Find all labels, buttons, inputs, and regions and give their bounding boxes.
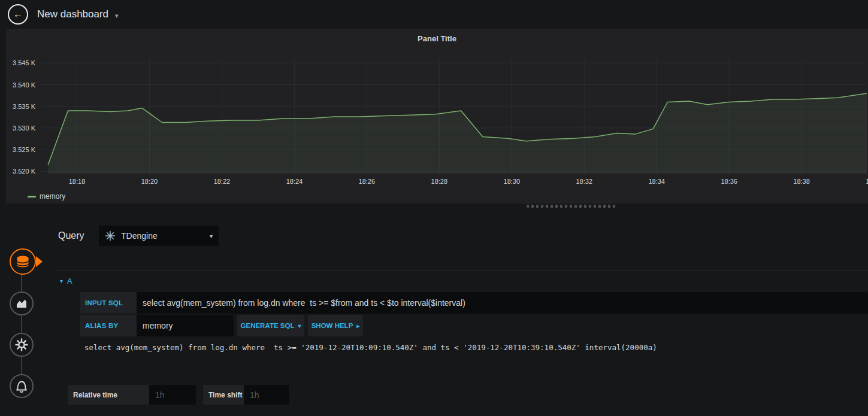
legend: memory xyxy=(28,192,65,201)
chevron-down-icon[interactable]: ▾ xyxy=(115,1,119,30)
bell-icon xyxy=(15,379,28,393)
query-row-divider xyxy=(57,271,868,271)
panel-title[interactable]: Panel Title xyxy=(6,34,868,43)
query-section-title: Query xyxy=(58,226,84,246)
svg-text:3.530 K: 3.530 K xyxy=(13,125,36,132)
time-shift-input[interactable] xyxy=(244,385,289,405)
legend-series-icon xyxy=(28,196,36,198)
active-tab-pointer-icon xyxy=(36,256,43,267)
tab-alert[interactable] xyxy=(10,374,34,398)
database-icon xyxy=(16,254,30,269)
svg-text:18:28: 18:28 xyxy=(431,178,448,185)
input-sql-label: INPUT SQL xyxy=(80,292,137,314)
query-ref-id: A xyxy=(67,277,72,286)
generated-sql-text: select avg(mem_system) from log.dn where… xyxy=(84,343,657,352)
tab-connector-line xyxy=(21,262,22,386)
show-help-button-label: SHOW HELP xyxy=(311,322,353,329)
datasource-name: TDengine xyxy=(121,231,158,241)
legend-series-label[interactable]: memory xyxy=(40,192,65,201)
collapse-caret-icon: ▾ xyxy=(60,278,63,284)
svg-text:18:24: 18:24 xyxy=(286,178,303,185)
panel-resize-handle[interactable] xyxy=(527,205,616,208)
relative-time-label: Relative time xyxy=(68,385,149,405)
chevron-right-icon: ▸ xyxy=(356,323,359,329)
graph-panel: Panel Title 3.520 K3.525 K3.530 K3.535 K… xyxy=(6,29,868,204)
svg-text:3.535 K: 3.535 K xyxy=(13,103,36,110)
generate-sql-button[interactable]: GENERATE SQL ▾ xyxy=(237,315,304,336)
gear-icon xyxy=(15,338,28,351)
svg-text:3.520 K: 3.520 K xyxy=(13,168,36,175)
svg-text:18:26: 18:26 xyxy=(359,178,376,185)
tab-visualization[interactable] xyxy=(10,291,34,315)
alias-by-field[interactable] xyxy=(137,315,234,336)
app-root: ← New dashboard ▾ Panel Title 3.520 K3.5… xyxy=(0,0,868,416)
svg-text:18:20: 18:20 xyxy=(141,178,158,185)
svg-text:18:34: 18:34 xyxy=(648,178,665,185)
query-row-header[interactable]: ▾ A xyxy=(60,275,72,287)
time-shift-label: Time shift xyxy=(203,385,244,405)
tab-queries[interactable] xyxy=(10,248,36,275)
datasource-picker[interactable]: TDengine ▾ xyxy=(99,226,219,246)
svg-text:18:30: 18:30 xyxy=(504,178,521,185)
chart-icon xyxy=(15,297,28,310)
chevron-down-icon: ▾ xyxy=(210,233,213,239)
svg-text:3.525 K: 3.525 K xyxy=(13,146,36,153)
input-sql-field[interactable] xyxy=(137,292,868,314)
svg-text:18:32: 18:32 xyxy=(576,178,592,185)
svg-text:3.545 K: 3.545 K xyxy=(13,59,36,66)
svg-text:18:40: 18:40 xyxy=(866,178,868,185)
alias-by-label: ALIAS BY xyxy=(80,315,137,336)
chevron-down-icon: ▾ xyxy=(298,323,301,329)
back-button[interactable]: ← xyxy=(8,4,28,25)
tab-general[interactable] xyxy=(10,333,34,357)
generate-sql-button-label: GENERATE SQL xyxy=(241,322,295,329)
show-help-button[interactable]: SHOW HELP ▸ xyxy=(308,315,363,336)
svg-text:3.540 K: 3.540 K xyxy=(13,81,36,89)
back-arrow-icon: ← xyxy=(13,9,23,20)
tdengine-logo-icon xyxy=(105,230,116,241)
dashboard-title[interactable]: New dashboard xyxy=(37,0,108,29)
svg-text:18:36: 18:36 xyxy=(721,178,737,185)
svg-text:18:18: 18:18 xyxy=(69,178,86,185)
svg-text:18:38: 18:38 xyxy=(793,178,810,185)
svg-text:18:22: 18:22 xyxy=(214,178,231,185)
timeseries-chart[interactable]: 3.520 K3.525 K3.530 K3.535 K3.540 K3.545… xyxy=(6,53,868,188)
relative-time-input[interactable] xyxy=(149,385,196,405)
